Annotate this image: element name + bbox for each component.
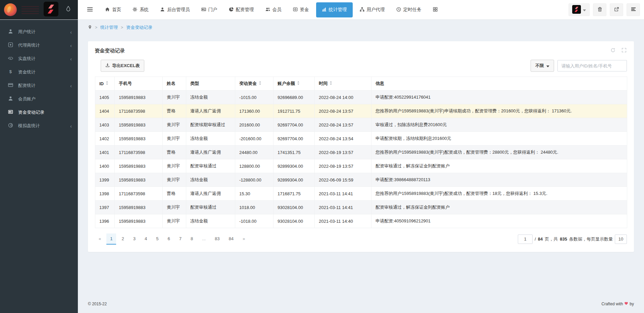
cell-amount: 201600.00 [235, 118, 274, 132]
sidebar-item-simulation-stats[interactable]: 模拟盘统计‹ [0, 119, 78, 133]
top-navbar: 首页系统后台管理员门户配资管理会员资金统计管理用户代理定时任务 [0, 0, 644, 20]
cell-name: 曹格 [163, 146, 186, 159]
nav-item-user-agent[interactable]: 用户代理 [354, 0, 391, 19]
search-input[interactable] [557, 60, 627, 71]
navbar-left: 首页系统后台管理员门户配资管理会员资金统计管理用户代理定时任务 [78, 0, 568, 19]
cell-id: 1402 [95, 132, 115, 146]
nav-item-funds[interactable]: 资金 [287, 0, 315, 19]
external-link-button[interactable] [610, 3, 623, 16]
nav-item-members[interactable]: 会员 [260, 0, 287, 19]
pagination-page-4[interactable]: 4 [141, 233, 151, 245]
member-icon [8, 96, 13, 102]
nav-item-label: 配资管理 [236, 7, 254, 13]
agent-icon [8, 42, 13, 48]
tasks-button[interactable] [627, 3, 640, 16]
brand-area [0, 0, 78, 19]
page-size-input[interactable] [615, 234, 627, 244]
col-amount[interactable]: 变动资金 [235, 77, 274, 91]
col-type: 类型 [186, 77, 235, 91]
cell-name: 曹格 [163, 187, 186, 201]
table-row: 139615958919883黄川宇冻结金额-1018.0093028104.0… [95, 214, 627, 228]
trash-button[interactable] [593, 3, 606, 16]
cell-balance: 1741351.75 [274, 146, 315, 159]
breadcrumb-page-link[interactable]: 资金变动记录 [126, 24, 152, 31]
col-id[interactable]: ID [95, 77, 115, 91]
pagination-page-8[interactable]: 8 [187, 233, 197, 245]
nav-item-allocation[interactable]: 配资管理 [223, 0, 260, 19]
export-excel-label: 导出EXCEL表 [112, 63, 140, 69]
pagination-page-1[interactable]: 1 [106, 233, 116, 245]
nav-item-portal[interactable]: 门户 [196, 0, 223, 19]
sidebar-item-allocation-stats[interactable]: 配资统计‹ [0, 79, 78, 92]
fund-records-table: ID手机号姓名类型变动资金账户余额时间信息140515958919883黄川宇冻… [95, 76, 627, 228]
nav-item-system[interactable]: 系统 [127, 0, 154, 19]
export-excel-button[interactable]: 导出EXCEL表 [101, 60, 144, 72]
cell-id: 1398 [95, 187, 115, 201]
clock-icon [396, 7, 401, 13]
nav-item-cron[interactable]: 定时任务 [391, 0, 427, 19]
pagination-page-2[interactable]: 2 [118, 233, 128, 245]
breadcrumb-section-link[interactable]: 统计管理 [100, 24, 118, 31]
pagination-page-7[interactable]: 7 [176, 233, 185, 245]
sidebar-toggle-button[interactable] [83, 4, 97, 16]
col-label: 信息 [376, 81, 384, 87]
cell-type: 邀请人推广返佣 [186, 104, 235, 118]
cell-phone: 17116873598 [115, 187, 163, 201]
pie-chart-icon [229, 7, 234, 13]
water-drop-icon [63, 6, 71, 14]
cell-time: 2022-06-09 15:59 [315, 173, 371, 187]
credit-card-icon [8, 83, 13, 89]
cell-name: 黄川宇 [163, 159, 186, 173]
col-header-inner: 姓名 [167, 81, 183, 87]
sidebar-item-member-account[interactable]: 会员账户 [0, 92, 78, 106]
cell-id: 1404 [95, 104, 115, 118]
cell-balance: 1716871.75 [274, 187, 315, 201]
cell-amount: -128800.00 [235, 173, 274, 187]
col-balance[interactable]: 账户余额 [274, 77, 315, 91]
sidebar-item-fund-change-records[interactable]: 资金变动记录 [0, 106, 78, 119]
pagination-page-6[interactable]: 6 [164, 233, 174, 245]
sidebar-item-real-trade-stats[interactable]: 实盘统计‹ [0, 52, 78, 65]
cell-name: 曹格 [163, 104, 186, 118]
cell-name: 黄川宇 [163, 132, 186, 146]
caret-down-icon [583, 7, 586, 12]
col-header-inner: ID [99, 81, 112, 86]
col-time[interactable]: 时间 [315, 77, 371, 91]
sidebar-item-agent-stats[interactable]: 代理商统计‹ [0, 39, 78, 52]
credits-suffix: by [630, 302, 634, 306]
sort-icon [297, 81, 300, 86]
expand-button[interactable] [621, 47, 627, 54]
tasks-icon [631, 7, 636, 13]
pagination-page-83[interactable]: 83 [211, 233, 223, 245]
filter-type-dropdown[interactable]: 不限 [531, 60, 554, 72]
nav-item-apps[interactable] [427, 0, 443, 19]
cell-time: 2021-03-11 14:40 [315, 214, 371, 228]
cell-amount: 15.30 [235, 187, 274, 201]
refresh-button[interactable] [610, 47, 616, 54]
nav-item-statistics[interactable]: 统计管理 [316, 2, 353, 17]
cell-amount: -1018.00 [235, 214, 274, 228]
user-avatar-dropdown[interactable] [568, 3, 590, 16]
nav-item-admins[interactable]: 后台管理员 [154, 0, 196, 19]
cell-amount: 1018.00 [235, 201, 274, 214]
chevron-left-icon: ‹ [70, 83, 72, 89]
current-page-input[interactable] [518, 234, 533, 244]
nav-item-home[interactable]: 首页 [99, 0, 127, 19]
cell-balance: 1912711.75 [274, 104, 315, 118]
pagination-page-84[interactable]: 84 [225, 233, 237, 245]
col-header-inner: 变动资金 [239, 81, 270, 87]
portal-icon [201, 7, 206, 13]
cell-id: 1396 [95, 214, 115, 228]
cell-balance: 93028104.00 [274, 214, 315, 228]
pagination-prev[interactable]: « [95, 233, 105, 245]
simulation-icon [8, 123, 13, 129]
pagination-page-5[interactable]: 5 [152, 233, 162, 245]
cell-time: 2021-03-11 14:41 [315, 201, 371, 214]
col-header-inner: 时间 [319, 81, 368, 87]
table-header-row: ID手机号姓名类型变动资金账户余额时间信息 [95, 77, 627, 91]
sidebar-item-user-stats[interactable]: 用户统计‹ [0, 25, 78, 39]
pagination-next[interactable]: » [239, 233, 249, 245]
phoenix-logo [4, 3, 17, 16]
pagination-page-3[interactable]: 3 [130, 233, 139, 245]
sidebar-item-fund-stats[interactable]: $资金统计 [0, 65, 78, 79]
